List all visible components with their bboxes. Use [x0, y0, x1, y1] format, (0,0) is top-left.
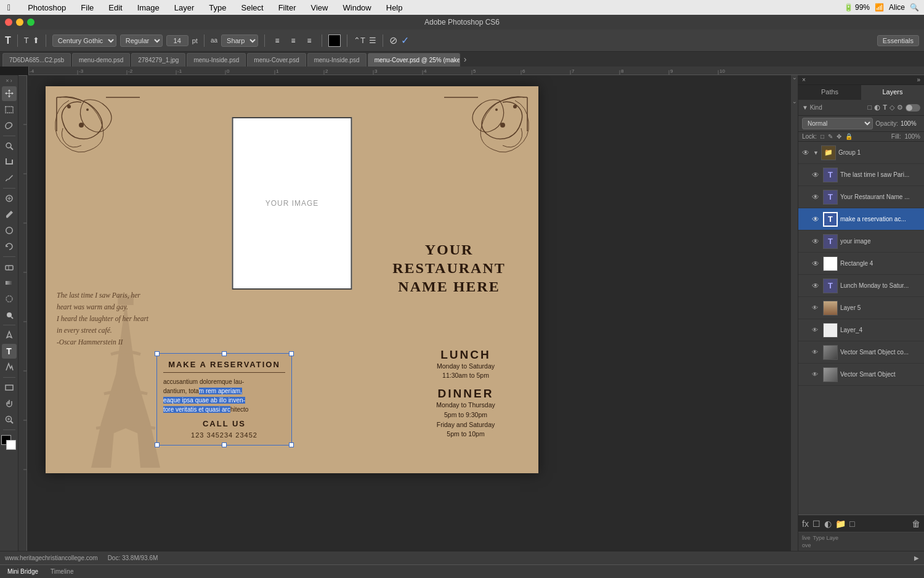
essentials-button[interactable]: Essentials — [877, 35, 919, 46]
reservation-box[interactable]: MAKE A RESERVATION accusantium doloremqu… — [156, 353, 292, 446]
tools-collapse[interactable]: × — [6, 78, 9, 84]
cancel-text-button[interactable]: ⊘ — [389, 35, 397, 46]
tab-1[interactable]: menu-demo.psd — [72, 53, 130, 67]
tab-4[interactable]: menu-Cover.psd — [247, 53, 306, 67]
layer-expand-group1[interactable]: ▼ — [813, 150, 819, 156]
zoom-tool[interactable] — [2, 412, 17, 427]
menu-edit[interactable]: Edit — [106, 3, 124, 12]
filter-toggle[interactable] — [906, 104, 920, 112]
filter-type[interactable]: T — [883, 104, 887, 112]
panel-close[interactable]: × — [802, 76, 806, 83]
menu-layer[interactable]: Layer — [172, 3, 197, 12]
menu-photoshop[interactable]: Photoshop — [25, 3, 68, 12]
text-orientation-v[interactable]: ⬆ — [33, 36, 39, 45]
layer-vis-text4[interactable]: 👁 — [812, 237, 821, 246]
tab-5[interactable]: menu-Inside.psd — [307, 53, 367, 67]
text-tool[interactable]: T — [2, 344, 17, 359]
menu-image[interactable]: Image — [135, 3, 162, 12]
maximize-button[interactable] — [27, 18, 34, 26]
collapse-button-1[interactable]: › — [792, 78, 798, 79]
layer-text1[interactable]: 👁 T The last time I saw Pari... — [798, 164, 924, 186]
panel-expand[interactable]: » — [917, 76, 920, 83]
layer-rect4[interactable]: 👁 Rectangle 4 — [798, 253, 924, 275]
layer-4[interactable]: 👁 Layer_4 — [798, 319, 924, 341]
menu-filter[interactable]: Filter — [276, 3, 299, 12]
align-left-button[interactable]: ≡ — [271, 35, 283, 47]
menu-window[interactable]: Window — [341, 3, 374, 12]
handle-bm[interactable] — [222, 442, 227, 447]
menu-view[interactable]: View — [309, 3, 331, 12]
character-palette-button[interactable]: ☰ — [369, 36, 376, 45]
layer-vis-group1[interactable]: 👁 — [802, 149, 811, 157]
create-group-btn[interactable]: 📁 — [835, 519, 846, 529]
tabs-overflow-arrow[interactable]: › — [464, 54, 467, 64]
fill-value[interactable]: 100% — [904, 133, 920, 140]
handle-br[interactable] — [289, 442, 294, 447]
marquee-tool[interactable] — [2, 102, 17, 117]
timeline-tab[interactable]: Timeline — [48, 567, 76, 576]
menu-select[interactable]: Select — [239, 3, 266, 12]
create-layer-btn[interactable]: □ — [849, 519, 854, 529]
layer-vis-vso1[interactable]: 👁 — [812, 349, 821, 356]
layer-vis-5[interactable]: 👁 — [812, 304, 821, 311]
text-color-swatch[interactable] — [328, 35, 341, 47]
clone-stamp-tool[interactable] — [2, 223, 17, 238]
paths-tab[interactable]: Paths — [798, 85, 861, 100]
search-icon[interactable]: 🔍 — [910, 3, 919, 12]
delete-layer-btn[interactable]: 🗑 — [912, 519, 920, 529]
layer-vso1[interactable]: 👁 Vector Smart Object co... — [798, 341, 924, 364]
hand-tool[interactable] — [2, 396, 17, 411]
layer-vis-4[interactable]: 👁 — [812, 327, 821, 333]
layer-lunch[interactable]: 👁 T Lunch Monday to Satur... — [798, 275, 924, 297]
lock-position-icon[interactable]: ✥ — [837, 133, 841, 140]
gradient-tool[interactable] — [2, 275, 17, 290]
text-orientation-h[interactable]: T — [24, 36, 29, 45]
path-selection-tool[interactable] — [2, 360, 17, 375]
layer-vis-text2[interactable]: 👁 — [812, 193, 821, 201]
lock-image-icon[interactable]: ✎ — [828, 133, 833, 140]
tools-expand[interactable]: › — [10, 78, 12, 84]
lasso-tool[interactable] — [2, 118, 17, 133]
handle-tr[interactable] — [289, 351, 294, 356]
font-style-select[interactable]: Regular — [120, 35, 163, 47]
reservation-text[interactable]: accusantium doloremque lau-dantium, tota… — [163, 377, 285, 414]
handle-tl[interactable] — [155, 351, 160, 356]
layer-vis-vso2[interactable]: 👁 — [812, 371, 821, 378]
eraser-tool[interactable] — [2, 259, 17, 274]
crop-tool[interactable] — [2, 155, 17, 169]
menu-file[interactable]: File — [78, 3, 96, 12]
mini-bridge-tab[interactable]: Mini Bridge — [5, 567, 41, 576]
brush-tool[interactable] — [2, 207, 17, 222]
warp-text-button[interactable]: ⌃T — [354, 36, 365, 45]
layer-vis-text3[interactable]: 👁 — [812, 215, 821, 224]
dodge-tool[interactable] — [2, 307, 17, 322]
layer-vis-text1[interactable]: 👁 — [812, 171, 821, 179]
layer-5[interactable]: 👁 Layer 5 — [798, 297, 924, 319]
rectangle-tool[interactable] — [2, 380, 17, 395]
blur-tool[interactable] — [2, 291, 17, 306]
menu-type[interactable]: Type — [206, 3, 229, 12]
opacity-value[interactable]: 100% — [901, 120, 920, 127]
align-center-button[interactable]: ≡ — [287, 35, 299, 47]
commit-text-button[interactable]: ✓ — [401, 35, 409, 46]
filter-smart[interactable]: ⚙ — [897, 104, 903, 112]
lock-transparent-icon[interactable]: □ — [821, 133, 824, 140]
layer-text2[interactable]: 👁 T Your Restaurant Name ... — [798, 186, 924, 208]
minimize-button[interactable] — [16, 18, 23, 26]
tab-2[interactable]: 2784279_1.jpg — [131, 53, 185, 67]
layer-vso2[interactable]: 👁 Vector Smart Object — [798, 364, 924, 386]
font-family-select[interactable]: Century Gothic — [52, 35, 116, 47]
color-swatches[interactable] — [1, 435, 17, 451]
quick-select-tool[interactable] — [2, 139, 17, 153]
menu-help[interactable]: Help — [384, 3, 405, 12]
blend-mode-select[interactable]: Normal — [802, 118, 873, 129]
font-size-input[interactable] — [166, 35, 188, 46]
pen-tool[interactable] — [2, 328, 17, 343]
close-button[interactable] — [5, 18, 12, 26]
layer-vis-rect4[interactable]: 👁 — [812, 259, 821, 268]
tab-3[interactable]: menu-Inside.psd — [187, 53, 246, 67]
eyedropper-tool[interactable] — [2, 171, 17, 185]
filter-adjustment[interactable]: ◐ — [874, 104, 880, 112]
healing-brush-tool[interactable] — [2, 191, 17, 206]
history-brush-tool[interactable] — [2, 239, 17, 254]
